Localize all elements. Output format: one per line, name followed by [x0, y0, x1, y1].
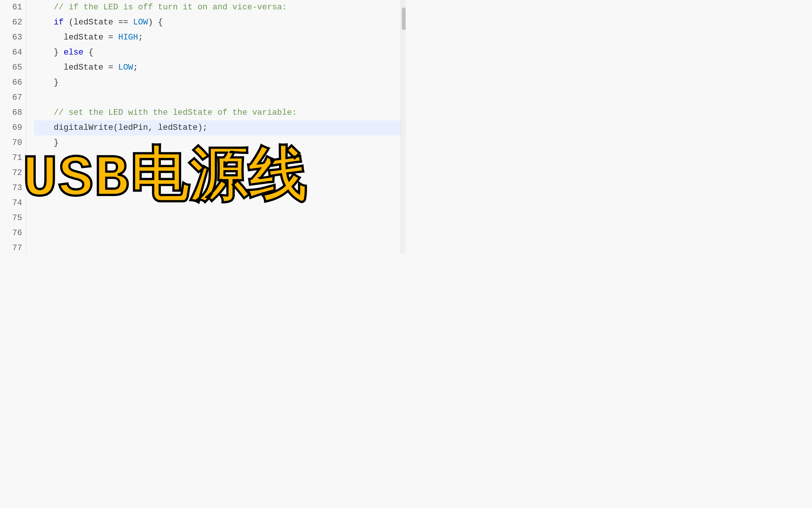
code-line: } else {	[34, 45, 401, 60]
code-line: }	[34, 75, 401, 90]
line-number: 61	[4, 0, 22, 15]
code-content: // if the LED is off turn it on and vice…	[26, 0, 401, 254]
scrollbar-thumb[interactable]	[402, 8, 406, 30]
line-number: 66	[4, 75, 22, 90]
line-number: 67	[4, 90, 22, 105]
scrollbar[interactable]	[401, 0, 406, 254]
line-number: 64	[4, 45, 22, 60]
line-number: 62	[4, 15, 22, 30]
code-line	[34, 151, 401, 166]
code-line: }	[34, 135, 401, 151]
line-number: 65	[4, 60, 22, 75]
code-editor: 6162636465666768697071727374757677787980…	[0, 0, 406, 254]
code-line: // if the LED is off turn it on and vice…	[34, 0, 401, 15]
code-line: if (ledState == LOW) {	[34, 15, 401, 30]
code-line: digitalWrite(ledPin, ledState);	[34, 120, 401, 135]
line-number: 77	[4, 241, 22, 254]
code-line	[34, 241, 401, 254]
code-line: ledState = LOW;	[34, 60, 401, 75]
line-number: 71	[4, 151, 22, 166]
line-number: 68	[4, 105, 22, 120]
line-number: 72	[4, 166, 22, 181]
line-number: 70	[4, 135, 22, 151]
line-numbers: 6162636465666768697071727374757677787980…	[0, 0, 26, 254]
code-line: // set the LED with the ledState of the …	[34, 105, 401, 120]
code-line: ledState = HIGH;	[34, 30, 401, 45]
line-number: 69	[4, 120, 22, 135]
line-number: 63	[4, 30, 22, 45]
code-line	[34, 166, 401, 181]
line-number: 73	[4, 181, 22, 196]
code-line	[34, 226, 401, 241]
code-line	[34, 90, 401, 105]
line-number: 76	[4, 226, 22, 241]
code-line	[34, 181, 401, 196]
code-line	[34, 196, 401, 211]
line-number: 74	[4, 196, 22, 211]
code-line	[34, 211, 401, 226]
line-number: 75	[4, 211, 22, 226]
